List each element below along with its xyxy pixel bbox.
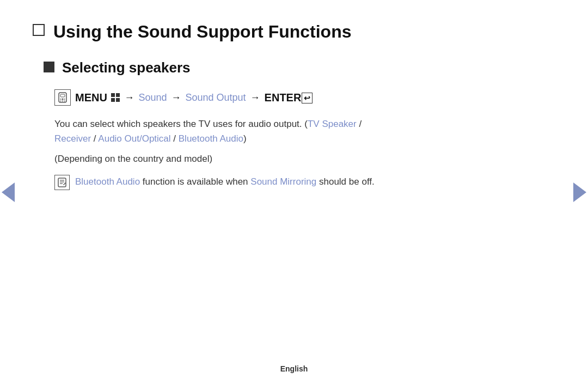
note-icon <box>54 175 70 190</box>
section-title-row: Selecting speakers <box>44 59 544 76</box>
left-arrow-icon <box>2 182 15 202</box>
body-text-2: (Depending on the country and model) <box>54 151 544 166</box>
note-text: Bluetooth Audio function is available wh… <box>75 174 375 189</box>
tv-speaker-link[interactable]: TV Speaker <box>308 119 357 129</box>
main-title: Using the Sound Support Functions <box>53 22 352 42</box>
audio-out-link[interactable]: Audio Out/Optical <box>98 133 170 144</box>
nav-right-button[interactable] <box>572 179 588 206</box>
main-title-row: Using the Sound Support Functions <box>33 22 544 42</box>
page-container: Using the Sound Support Functions Select… <box>0 0 588 384</box>
nav-left-button[interactable] <box>0 179 16 206</box>
bluetooth-audio-link-2[interactable]: Bluetooth Audio <box>75 176 140 187</box>
svg-point-5 <box>60 101 62 102</box>
arrow-3: → <box>250 92 260 103</box>
footer-language: English <box>280 364 308 373</box>
menu-path: MENU → Sound → Sound Output → ENTER↩ <box>54 89 544 106</box>
sound-output-link[interactable]: Sound Output <box>186 92 246 103</box>
arrow-2: → <box>171 92 181 103</box>
note-row: Bluetooth Audio function is available wh… <box>54 174 544 190</box>
svg-point-4 <box>64 99 65 100</box>
svg-point-2 <box>62 99 64 100</box>
sound-mirroring-link[interactable]: Sound Mirroring <box>250 176 316 187</box>
sound-link[interactable]: Sound <box>138 92 167 103</box>
receiver-link[interactable]: Receiver <box>54 133 91 144</box>
section: Selecting speakers MENU <box>44 59 544 190</box>
square-bullet-icon <box>44 62 54 72</box>
remote-icon <box>54 89 71 106</box>
right-arrow-icon <box>573 182 586 202</box>
svg-rect-1 <box>60 94 65 97</box>
svg-point-6 <box>62 101 63 102</box>
svg-rect-8 <box>58 178 66 187</box>
section-title: Selecting speakers <box>62 59 191 76</box>
bluetooth-audio-link-1[interactable]: Bluetooth Audio <box>179 133 243 144</box>
enter-key: ENTER↩ <box>265 92 313 104</box>
body-text-1: You can select which speakers the TV use… <box>54 117 544 146</box>
checkbox-icon <box>33 24 45 36</box>
svg-point-7 <box>64 101 65 102</box>
arrow-1: → <box>124 92 134 103</box>
svg-point-3 <box>60 99 62 100</box>
menu-label: MENU <box>75 92 120 104</box>
